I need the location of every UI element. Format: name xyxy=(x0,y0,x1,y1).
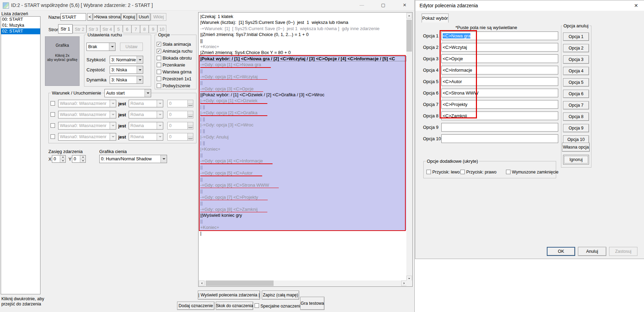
command-line[interactable]: || xyxy=(199,80,407,86)
cancel-option-button-opcja-4[interactable]: Opcja 4 xyxy=(563,67,589,75)
cancel-option-button-ignoruj[interactable]: Ignoruj xyxy=(563,155,589,164)
choice-option-input[interactable]: <C>Strona WWW xyxy=(441,89,558,97)
cancel-option-button-opcja-1[interactable]: Opcja 1 xyxy=(563,33,589,41)
list-item[interactable]: 00: START xyxy=(1,17,40,23)
command-line[interactable]: ||Zmień zmienną: Sys7:Initial Choice (0,… xyxy=(199,32,407,37)
cancel-option-button-opcja-2[interactable]: Opcja 2 xyxy=(563,44,589,52)
command-line[interactable]: | || xyxy=(199,128,407,134)
jump-marker-button[interactable]: Skok do oznaczenia xyxy=(216,302,253,310)
command-line[interactable]: | || xyxy=(199,116,407,122)
horizontal-scroll-thumb[interactable] xyxy=(206,280,274,286)
minimize-button[interactable]: — xyxy=(354,0,369,10)
movement-field-dropdown[interactable]: 3: Niska xyxy=(110,66,143,74)
close-button[interactable]: ✕ xyxy=(397,0,412,10)
command-line[interactable]: ||Wyświetl koniec gry xyxy=(199,212,407,218)
choice-option-input[interactable]: <C>Autor xyxy=(441,77,558,86)
command-line[interactable]: | || xyxy=(199,140,407,146)
cancel-option-button-opcja-3[interactable]: Opcja 3 xyxy=(563,55,589,64)
command-line[interactable]: -+Gdy: opcja [4] <C>Informacje xyxy=(199,158,407,164)
event-graphic-box[interactable]: Grafika Kliknij 2x aby wybrać grafikę xyxy=(45,36,80,86)
command-line[interactable]: +Koniec+ xyxy=(199,44,407,50)
command-line[interactable]: -+Gdy: opcja [7] <C>Projekty xyxy=(199,194,407,200)
save-map-button[interactable]: Zapisz (całą mapę) xyxy=(262,291,299,300)
command-line[interactable]: |Czekaj: 1 klatek xyxy=(199,14,407,19)
scroll-left-icon[interactable] xyxy=(199,280,204,286)
spinner-arrows-icon[interactable] xyxy=(60,155,65,162)
choice-option-input[interactable]: <C>Wczytaj xyxy=(441,43,558,52)
option-checkbox-4[interactable] xyxy=(157,63,161,67)
condition-enable-checkbox[interactable] xyxy=(50,134,55,139)
command-line[interactable]: -+Gdy: opcja [6] <C>Strona WWW xyxy=(199,182,407,188)
name-button-2[interactable]: >Nowa strona xyxy=(93,13,121,21)
extra-option-checkbox-2[interactable] xyxy=(460,170,465,174)
name-button-3[interactable]: Kopiuj xyxy=(121,13,137,21)
shadow-dropdown[interactable]: 0: Human/Normal Shadow xyxy=(99,155,167,163)
option-checkbox-3[interactable] xyxy=(157,56,161,60)
command-line[interactable]: || xyxy=(199,68,407,74)
choice-option-input[interactable]: <C>Opcje xyxy=(441,54,558,63)
cancel-option-button-opcja-8[interactable]: Opcja 8 xyxy=(563,113,589,121)
choice-option-input[interactable]: <C>Informacje xyxy=(441,66,558,74)
command-line[interactable]: -+Warunek: [1] [ Sys25:Current Save (0~)… xyxy=(199,26,407,32)
command-line[interactable]: |-+Gdy: opcja [1] <C>Dzwiek xyxy=(199,98,407,104)
condition-enable-checkbox[interactable] xyxy=(50,123,55,128)
dialog-close-button[interactable]: ✕ xyxy=(631,2,641,9)
horizontal-scrollbar[interactable] xyxy=(199,280,407,286)
command-line[interactable]: || xyxy=(199,200,407,206)
cancel-option-button-opcja-5[interactable]: Opcja 5 xyxy=(563,78,589,87)
command-line[interactable]: |+Koniec+ xyxy=(199,146,407,152)
command-line[interactable]: |Warunek (liczba): [1] Sys25:Current Sav… xyxy=(199,19,407,25)
cancel-option-button-własna-opcja[interactable]: Własna opcja xyxy=(562,143,590,152)
name-button-4[interactable]: Usuń xyxy=(137,13,150,21)
command-line[interactable]: ||Pokaż wybór: / [1] <C>Dzwiek / [2] <C>… xyxy=(199,92,407,98)
tab-page-str-1[interactable]: Str 1 xyxy=(58,24,73,34)
command-list[interactable]: |Czekaj: 1 klatek|Warunek (liczba): [1] … xyxy=(199,13,407,281)
choice-option-input[interactable]: <C>Projekty xyxy=(441,100,558,109)
command-line[interactable]: |-+Gdy: Anuluj xyxy=(199,134,407,140)
command-line[interactable]: | xyxy=(199,230,407,236)
choice-option-input[interactable] xyxy=(441,123,558,132)
option-checkbox-6[interactable] xyxy=(157,77,161,81)
name-button-1[interactable]: < xyxy=(87,13,93,21)
view-commands-button[interactable]: | Wyświetl polecenia zdarzenia | xyxy=(198,291,260,300)
command-line[interactable]: || xyxy=(199,152,407,158)
condition-enable-checkbox[interactable] xyxy=(50,112,55,117)
movement-field-dropdown[interactable]: 3: Niska xyxy=(110,76,143,84)
cancel-option-button-opcja-7[interactable]: Opcja 7 xyxy=(563,101,589,109)
command-line[interactable]: || xyxy=(199,38,407,44)
command-line[interactable]: -+Gdy: opcja [5] <C>Autor xyxy=(199,170,407,176)
ok-button[interactable]: OK xyxy=(547,247,575,256)
command-line[interactable]: || xyxy=(199,218,407,224)
option-checkbox-1[interactable]: ✓ xyxy=(157,42,161,46)
vertical-scroll-thumb[interactable] xyxy=(406,20,412,52)
extra-option-checkbox-1[interactable] xyxy=(426,170,431,174)
range-x-stepper[interactable]: 0 xyxy=(52,155,66,163)
special-marker-checkbox[interactable] xyxy=(255,303,259,308)
command-line[interactable]: | || xyxy=(199,104,407,110)
command-line[interactable]: || xyxy=(199,164,407,170)
command-line[interactable]: -+Gdy: opcja [8] <C>Zamknij xyxy=(199,206,407,212)
cancel-option-button-opcja-6[interactable]: Opcja 6 xyxy=(563,90,589,98)
condition-enable-checkbox[interactable] xyxy=(50,101,55,106)
scroll-right-icon[interactable] xyxy=(401,280,407,286)
command-line[interactable]: -+Gdy: opcja [3] <C>Opcje xyxy=(199,86,407,92)
command-line[interactable]: -+Gdy: opcja [1] <C>Nowa gra xyxy=(199,62,407,68)
option-checkbox-5[interactable] xyxy=(157,70,161,74)
vertical-scrollbar[interactable] xyxy=(406,13,412,281)
movement-type-dropdown[interactable]: Brak xyxy=(86,43,116,51)
command-line[interactable]: |Zmień zmienną: Sys4:Choice Box Y = 80 +… xyxy=(199,50,407,55)
test-game-button[interactable]: Gra testowa xyxy=(300,297,324,310)
choice-option-input[interactable]: <C>Zamknij xyxy=(441,112,558,120)
trigger-dropdown[interactable]: Auto start xyxy=(104,89,151,97)
option-checkbox-7[interactable] xyxy=(157,83,161,88)
cancel-option-button-opcja-9[interactable]: Opcja 9 xyxy=(563,124,589,132)
command-line[interactable]: |-+Gdy: opcja [2] <C>Grafika xyxy=(199,110,407,116)
scroll-up-icon[interactable] xyxy=(406,13,412,18)
event-name-input[interactable]: START xyxy=(61,13,86,21)
command-line[interactable]: -+Gdy: opcja [2] <C>Wczytaj xyxy=(199,74,407,80)
option-checkbox-2[interactable]: ✓ xyxy=(157,49,161,53)
command-line[interactable]: || xyxy=(199,176,407,182)
command-line[interactable]: +Koniec+ xyxy=(199,224,407,230)
command-line[interactable]: |-+Gdy: opcja [3] <C>Wroc xyxy=(199,122,407,128)
extra-option-checkbox-3[interactable] xyxy=(506,170,510,174)
